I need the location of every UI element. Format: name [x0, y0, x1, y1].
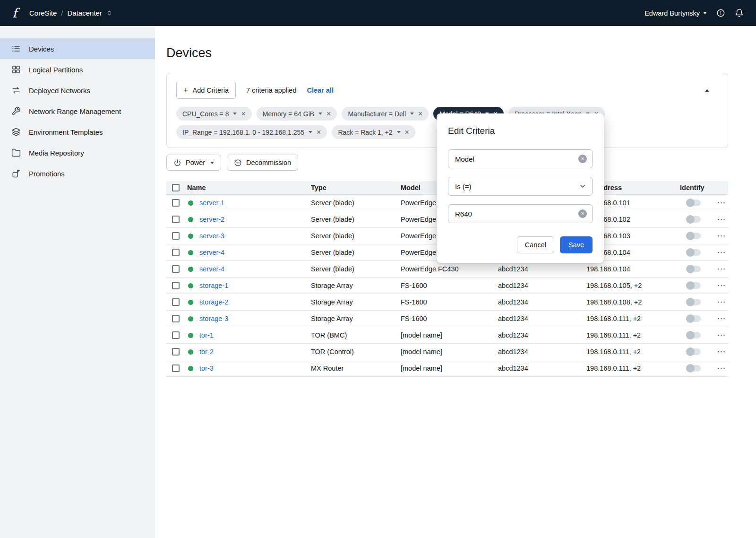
filter-chip-cpu-cores[interactable]: CPU_Cores = 8×	[176, 107, 252, 121]
page-title: Devices	[166, 46, 728, 61]
chip-remove-icon[interactable]: ×	[241, 110, 245, 118]
row-actions-button[interactable]: ⋯	[715, 247, 728, 258]
filter-chip-manufacturer[interactable]: Manufacturer = Dell×	[342, 107, 429, 121]
header-identify: Identify	[680, 184, 715, 191]
row-actions-button[interactable]: ⋯	[715, 347, 728, 357]
criteria-value-input[interactable]	[448, 204, 593, 223]
identify-toggle[interactable]	[687, 299, 701, 305]
sidebar-item-deployed-networks[interactable]: Deployed Networks	[0, 80, 155, 101]
breadcrumb-page[interactable]: Datacenter	[68, 9, 102, 17]
sidebar-item-network-range-management[interactable]: Network Range Management	[0, 101, 155, 121]
device-name-link[interactable]: storage-1	[199, 282, 228, 289]
device-name-link[interactable]: tor-3	[199, 364, 214, 372]
collapse-panel-icon[interactable]	[704, 87, 718, 94]
add-criteria-button[interactable]: + Add Criteria	[176, 82, 236, 99]
sidebar-item-label: Promotions	[29, 170, 65, 178]
breadcrumb-org[interactable]: CoreSite	[29, 9, 57, 17]
criteria-operator-select[interactable]: Is (=)	[448, 177, 593, 196]
user-menu[interactable]: Edward Burtynsky	[644, 9, 707, 17]
row-actions-button[interactable]: ⋯	[715, 297, 728, 307]
device-name-link[interactable]: server-4	[199, 265, 224, 273]
breadcrumb-switcher-icon[interactable]	[106, 9, 112, 17]
row-checkbox[interactable]	[172, 282, 180, 289]
clear-value-icon[interactable]: ×	[578, 209, 587, 218]
chevron-down-icon[interactable]	[410, 113, 414, 115]
device-name-link[interactable]: server-3	[199, 232, 224, 240]
sidebar-item-media-repository[interactable]: Media Repository	[0, 142, 155, 163]
chevron-down-icon[interactable]	[318, 113, 322, 115]
row-checkbox[interactable]	[172, 298, 180, 306]
sidebar-item-devices[interactable]: Devices	[0, 38, 155, 59]
row-actions-button[interactable]: ⋯	[715, 330, 728, 340]
clear-all-link[interactable]: Clear all	[307, 87, 333, 94]
select-all-checkbox[interactable]	[172, 184, 180, 191]
type-cell: Server (blade)	[311, 265, 401, 273]
chip-label: Rack = Rack 1, +2	[338, 129, 392, 136]
row-actions-button[interactable]: ⋯	[715, 280, 728, 291]
row-actions-button[interactable]: ⋯	[715, 264, 728, 274]
identify-toggle[interactable]	[687, 200, 701, 206]
row-actions-button[interactable]: ⋯	[715, 214, 728, 225]
chevron-down-icon[interactable]	[397, 131, 401, 133]
app-logo: f	[12, 7, 17, 19]
folder-icon	[11, 148, 21, 157]
chip-remove-icon[interactable]: ×	[418, 110, 422, 118]
row-checkbox[interactable]	[172, 265, 180, 273]
row-actions-button[interactable]: ⋯	[715, 198, 728, 208]
identify-toggle[interactable]	[687, 282, 701, 289]
clear-field-icon[interactable]: ×	[578, 155, 587, 163]
main-content: Devices + Add Criteria 7 criteria applie…	[155, 26, 756, 538]
status-dot	[188, 300, 193, 305]
filter-chip-ip-range[interactable]: IP_Range = 192.168.1. 0 - 192.168.1.255×	[176, 125, 327, 139]
identify-toggle[interactable]	[687, 233, 701, 239]
row-checkbox[interactable]	[172, 331, 180, 339]
row-checkbox[interactable]	[172, 348, 180, 356]
identify-toggle[interactable]	[687, 365, 701, 372]
identify-toggle[interactable]	[687, 315, 701, 322]
identify-toggle[interactable]	[687, 216, 701, 223]
operator-value: Is (=)	[455, 182, 472, 191]
sidebar-item-logical-partitions[interactable]: Logical Partitions	[0, 59, 155, 80]
chevron-down-icon[interactable]	[233, 113, 237, 115]
row-checkbox[interactable]	[172, 364, 180, 372]
chip-remove-icon[interactable]: ×	[326, 110, 331, 118]
decommission-button[interactable]: Decommission	[227, 155, 298, 171]
chevron-down-icon[interactable]	[309, 131, 312, 133]
device-name-link[interactable]: server-2	[199, 216, 224, 223]
device-name-link[interactable]: tor-2	[199, 348, 214, 356]
row-actions-button[interactable]: ⋯	[715, 231, 728, 241]
type-cell: Server (blade)	[311, 232, 401, 240]
sidebar-item-promotions[interactable]: Promotions	[0, 163, 155, 184]
power-button-label: Power	[186, 159, 205, 166]
row-checkbox[interactable]	[172, 199, 180, 207]
chip-remove-icon[interactable]: ×	[317, 129, 321, 136]
criteria-field-input[interactable]	[448, 149, 593, 168]
power-button[interactable]: Power	[166, 155, 221, 171]
save-button[interactable]: Save	[560, 236, 593, 253]
row-checkbox[interactable]	[172, 315, 180, 322]
device-name-link[interactable]: server-4	[199, 249, 224, 256]
sidebar-item-environment-templates[interactable]: Environment Templates	[0, 121, 155, 142]
row-actions-button[interactable]: ⋯	[715, 313, 728, 324]
device-name-link[interactable]: storage-3	[199, 315, 228, 322]
row-checkbox[interactable]	[172, 232, 180, 240]
bell-icon[interactable]	[735, 9, 744, 17]
row-checkbox[interactable]	[172, 249, 180, 256]
status-dot	[188, 217, 193, 222]
device-name-link[interactable]: storage-2	[199, 298, 228, 306]
row-checkbox[interactable]	[172, 216, 180, 223]
sidebar-item-label: Network Range Management	[29, 107, 121, 115]
identify-toggle[interactable]	[687, 249, 701, 256]
row-actions-button[interactable]: ⋯	[715, 363, 728, 373]
serial-cell: abcd1234	[498, 298, 586, 306]
cancel-button[interactable]: Cancel	[517, 236, 554, 253]
device-name-link[interactable]: server-1	[199, 199, 224, 207]
filter-chip-memory[interactable]: Memory = 64 GiB×	[257, 107, 337, 121]
filter-chip-rack[interactable]: Rack = Rack 1, +2×	[332, 125, 415, 139]
info-icon[interactable]	[716, 9, 725, 17]
identify-toggle[interactable]	[687, 348, 701, 355]
identify-toggle[interactable]	[687, 332, 701, 338]
device-name-link[interactable]: tor-1	[199, 331, 214, 339]
identify-toggle[interactable]	[687, 266, 701, 272]
chip-remove-icon[interactable]: ×	[405, 129, 409, 136]
